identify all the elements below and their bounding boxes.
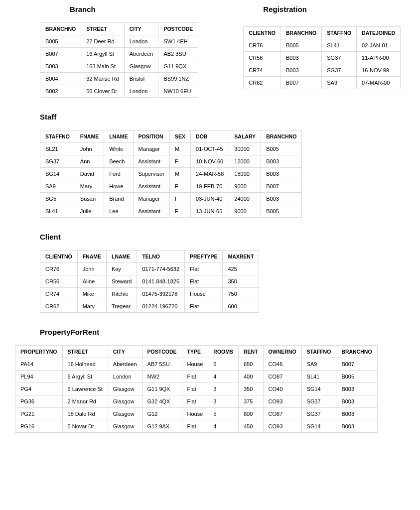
table-cell: SG5 (40, 193, 75, 205)
column-header: LNAME (104, 130, 133, 143)
table-cell: B007 (336, 358, 377, 371)
column-header: BRANCHNO (40, 23, 81, 35)
column-header: TELNO (137, 251, 185, 263)
table-cell: G11 9QX (142, 383, 182, 395)
table-row: PL946 Argyll StLondonNW2Flat4400CO87SL41… (15, 371, 378, 383)
table-cell: White (104, 143, 133, 155)
table-cell: CO87 (263, 408, 301, 420)
table-cell: SG14 (301, 420, 336, 433)
table-cell: M (170, 143, 191, 155)
registration-table: CLIENTNOBRANCHNOSTAFFNODATEJOINEDCR76B00… (243, 26, 401, 89)
column-header: LNAME (107, 251, 137, 263)
table-cell: CR74 (244, 64, 281, 77)
table-cell: 24000 (229, 193, 261, 205)
column-header: STREET (81, 23, 124, 35)
table-row: B00432 Manse RdBristolBS99 1NZ (40, 73, 198, 85)
table-cell: B005 (261, 205, 302, 218)
table-cell: SA9 (40, 180, 75, 193)
table-cell: 32 Manse Rd (81, 73, 124, 85)
table-row: SG14DavidFordSupervisorM24-MAR-5818000B0… (40, 168, 302, 180)
table-cell: Tregear (107, 300, 137, 313)
table-cell: CR62 (40, 300, 78, 313)
table-cell: Julie (75, 205, 104, 218)
table-cell: 650 (238, 358, 263, 371)
table-cell: Lee (104, 205, 133, 218)
column-header: CITY (124, 23, 158, 35)
table-cell: SG14 (301, 383, 336, 395)
table-row: SG37AnnBeechAssistantF10-NOV-6012000B003 (40, 155, 302, 168)
column-header: STAFFNO (40, 130, 75, 143)
table-row: CR76B005SL4102-JAN-01 (244, 39, 401, 52)
table-cell: B003 (261, 155, 302, 168)
table-cell: Assistant (133, 155, 170, 168)
table-cell: 01-OCT-45 (191, 143, 229, 155)
table-cell: Flat (185, 275, 223, 288)
table-cell: 12000 (229, 155, 261, 168)
table-cell: B003 (281, 64, 322, 77)
table-cell: House (182, 408, 208, 420)
column-header: SEX (170, 130, 191, 143)
table-row: B00256 Clover DrLondonNW10 6EU (40, 85, 198, 98)
table-cell: CR56 (40, 275, 78, 288)
table-cell: B003 (40, 60, 81, 73)
table-cell: 5 Novar Dr (62, 420, 108, 433)
table-cell: AB2 3SU (158, 48, 198, 60)
table-cell: Aberdeen (108, 358, 142, 371)
table-cell: 22 Deer Rd (81, 35, 124, 48)
table-cell: House (182, 358, 208, 371)
column-header: OWNERNO (263, 346, 301, 358)
property-table: PROPERTYNOSTREETCITYPOSTCODETYPEROOMSREN… (15, 345, 378, 433)
table-cell: 2 Manor Rd (62, 395, 108, 408)
table-cell: B003 (261, 193, 302, 205)
table-cell: B003 (261, 168, 302, 180)
client-title: Client (40, 233, 410, 241)
table-cell: 350 (238, 383, 263, 395)
table-cell: Ford (104, 168, 133, 180)
table-cell: 56 Clover Dr (81, 85, 124, 98)
table-cell: Ritchie (107, 288, 137, 300)
table-cell: Howe (104, 180, 133, 193)
column-header: STREET (62, 346, 108, 358)
column-header: FNAME (77, 251, 106, 263)
table-row: CR74MikeRitchie01475-392178House750 (40, 288, 259, 300)
table-row: PG46 Lawrence StGlasgowG11 9QXFlat3350CO… (15, 383, 378, 395)
column-header: CLIENTNO (244, 27, 281, 39)
table-cell: 16-NOV-99 (357, 64, 401, 77)
table-cell: 01475-392178 (137, 288, 185, 300)
column-header: BRANCHNO (261, 130, 302, 143)
column-header: ROOMS (208, 346, 239, 358)
table-row: CR56B003SG3711-APR-00 (244, 52, 401, 64)
table-cell: 24-MAR-58 (191, 168, 229, 180)
table-cell: SL41 (40, 205, 75, 218)
table-row: B003163 Main StGlasgowG11 9QX (40, 60, 198, 73)
table-cell: B005 (261, 143, 302, 155)
table-cell: London (124, 85, 158, 98)
column-header: POSTCODE (142, 346, 182, 358)
table-cell: Assistant (133, 180, 170, 193)
table-cell: 03-JUN-40 (191, 193, 229, 205)
table-cell: CR76 (244, 39, 281, 52)
table-row: CR62MaryTregear01224-196720Flat600 (40, 300, 259, 313)
table-cell: 450 (238, 420, 263, 433)
table-cell: AB7 5SU (142, 358, 182, 371)
column-header: BRANCHNO (281, 27, 322, 39)
table-cell: 18000 (229, 168, 261, 180)
table-cell: Supervisor (133, 168, 170, 180)
table-cell: G12 9AX (142, 420, 182, 433)
table-cell: B005 (336, 371, 377, 383)
table-cell: B005 (40, 35, 81, 48)
table-cell: Glasgow (108, 408, 142, 420)
table-cell: Kay (107, 263, 137, 275)
table-cell: SG37 (40, 155, 75, 168)
table-cell: London (124, 35, 158, 48)
staff-table: STAFFNOFNAMELNAMEPOSITIONSEXDOBSALARYBRA… (40, 130, 302, 218)
table-cell: Susan (75, 193, 104, 205)
table-cell: Aberdeen (124, 48, 158, 60)
table-cell: 6 (208, 358, 239, 371)
table-cell: SA9 (301, 358, 336, 371)
table-cell: Ann (75, 155, 104, 168)
table-cell: NW2 (142, 371, 182, 383)
table-cell: PG4 (15, 383, 63, 395)
table-cell: F (170, 193, 191, 205)
table-cell: 02-JAN-01 (357, 39, 401, 52)
